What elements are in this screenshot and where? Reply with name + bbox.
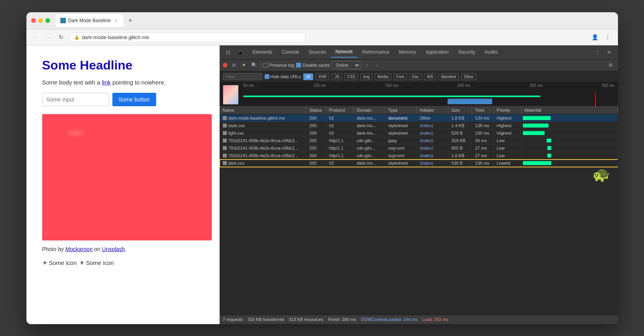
td-priority: Low (494, 137, 521, 144)
td-name: 791b2241-459b-4a2e-8cca-c0fdc2... (220, 145, 306, 152)
upload-icon[interactable]: ↑ (363, 61, 371, 69)
filter-js[interactable]: JS (332, 73, 342, 80)
table-row[interactable]: dark.css 200 h2 dark-mo... stylesheet (i… (220, 160, 618, 167)
td-type: svg+xml (385, 145, 417, 152)
td-initiator[interactable]: (index) (417, 122, 448, 129)
settings-icon[interactable]: ⚙ (607, 61, 615, 69)
filter-doc[interactable]: Doc (409, 73, 422, 80)
table-row[interactable]: 791b2241-459b-4a2e-8cca-c0fdc2... 200 ht… (220, 152, 618, 160)
filter-ws[interactable]: WS (424, 73, 436, 80)
table-row[interactable]: style.css 200 h2 dark-mo... stylesheet (… (220, 122, 618, 130)
tab-security[interactable]: Security (453, 47, 480, 57)
url-bar[interactable]: 🔒 dark-mode-baseline.glitch.me (69, 32, 306, 42)
td-status: 200 (306, 122, 326, 129)
preserve-log-checkbox[interactable] (263, 63, 268, 68)
filter-all[interactable]: All (303, 73, 313, 80)
record-button[interactable] (223, 63, 228, 68)
td-domain: dark-mo... (354, 122, 385, 129)
minimize-button[interactable] (38, 18, 43, 23)
clear-button[interactable]: ⊘ (230, 61, 238, 69)
table-row[interactable]: light.css 200 h2 dark-mo... stylesheet (… (220, 130, 618, 137)
throttle-select[interactable]: Online Fast 3G Slow 3G Offline (332, 61, 360, 69)
filter-input[interactable] (223, 73, 262, 80)
caption-link-mockaroon[interactable]: Mockaroon (65, 246, 93, 252)
time-200: 200 ms (457, 83, 470, 90)
caption-mid: on (93, 246, 102, 252)
back-button[interactable]: ← (31, 32, 41, 42)
toolbar-divider-1 (261, 62, 261, 69)
tab-network[interactable]: Network (331, 47, 358, 58)
candy-image (42, 114, 212, 240)
tab-memory[interactable]: Memory (394, 47, 420, 57)
filter-img[interactable]: Img (360, 73, 373, 80)
main-content: Some Headline Some body text with a link… (26, 45, 618, 324)
fullscreen-button[interactable] (45, 18, 50, 23)
devtools-close-icon[interactable]: ✕ (604, 47, 615, 58)
filter-media[interactable]: Media (375, 73, 391, 80)
tab-application[interactable]: Application (421, 47, 454, 57)
page-input[interactable] (42, 93, 109, 106)
filter-xhr[interactable]: XHR (315, 73, 329, 80)
td-time: 134 ms (472, 115, 494, 122)
td-waterfall (521, 122, 618, 129)
hide-data-urls-checkbox[interactable] (265, 74, 269, 79)
td-type: svg+xml (385, 152, 417, 159)
tab-close-button[interactable]: × (113, 18, 119, 23)
profile-icon[interactable]: 👤 (590, 32, 601, 43)
td-initiator[interactable]: (index) (417, 130, 448, 137)
td-name: dark-mode-baseline.glitch.me (220, 115, 306, 122)
td-initiator[interactable]: (index) (417, 160, 448, 167)
td-initiator[interactable]: (index) (417, 145, 448, 152)
forward-button[interactable]: → (44, 32, 53, 42)
filter-font[interactable]: Font (394, 73, 407, 80)
td-size: 955 B (448, 145, 472, 152)
td-protocol: h2 (326, 122, 354, 129)
preserve-log-text: Preserve log (270, 63, 294, 68)
devtools-more-icon[interactable]: ⋮ (592, 47, 603, 58)
dt-network: 50 ms 100 ms 150 ms 200 ms 250 ms 300 ms (220, 83, 618, 315)
tab-sources[interactable]: Sources (304, 47, 331, 57)
reload-button[interactable]: ↻ (56, 32, 66, 42)
table-row[interactable]: 791b2241-459b-4a2e-8cca-c0fdc2... 200 ht… (220, 137, 618, 145)
body-link[interactable]: link (102, 79, 111, 86)
th-status: Status (306, 106, 326, 114)
search-icon[interactable]: 🔍 (250, 61, 258, 69)
input-row: Some button (42, 93, 203, 106)
filter-other[interactable]: Other (461, 73, 476, 80)
td-time: 136 ms (472, 160, 494, 167)
tab-elements[interactable]: Elements (248, 47, 277, 57)
filter-css[interactable]: CSS (344, 73, 358, 80)
td-domain: dark-mo... (354, 130, 385, 137)
td-protocol: http/1.1 (326, 145, 354, 152)
td-priority: Low (494, 145, 521, 152)
tab-audits[interactable]: Audits (480, 47, 502, 57)
caption-link-unsplash[interactable]: Unsplash (102, 246, 125, 252)
td-initiator[interactable]: (index) (417, 152, 448, 159)
active-tab[interactable]: 🌐 Dark Mode Baseline × (56, 14, 123, 27)
td-initiator[interactable]: (index) (417, 137, 448, 144)
table-row[interactable]: dark-mode-baseline.glitch.me 200 h2 dark… (220, 115, 618, 122)
disable-cache-label[interactable]: Disable cache (296, 63, 330, 68)
close-button[interactable] (31, 18, 36, 23)
hide-data-urls-label[interactable]: Hide data URLs (265, 74, 301, 79)
menu-icon[interactable]: ⋮ (602, 32, 613, 43)
time-50: 50 ms (243, 83, 254, 90)
tab-performance[interactable]: Performance (358, 47, 394, 57)
filter-icon[interactable]: ▼ (240, 61, 248, 69)
download-icon[interactable]: ↓ (373, 61, 381, 69)
status-requests: 7 requests (223, 317, 243, 322)
tab-console[interactable]: Console (277, 47, 304, 57)
page-button[interactable]: Some button (112, 93, 156, 106)
timeline-thumbnail (223, 85, 239, 105)
table-row[interactable]: 791b2241-459b-4a2e-8cca-c0fdc2... 200 ht… (220, 145, 618, 152)
disable-cache-checkbox[interactable] (296, 63, 301, 68)
td-size: 1.0 KB (448, 152, 472, 159)
filter-manifest[interactable]: Manifest (438, 73, 459, 80)
new-tab-button[interactable]: + (125, 15, 136, 26)
td-waterfall (521, 130, 618, 137)
td-name: 791b2241-459b-4a2e-8cca-c0fdc2... (220, 137, 306, 144)
devtools-cursor-icon[interactable]: ⊡ (223, 47, 234, 58)
devtools-mobile-icon[interactable]: 📱 (235, 47, 246, 58)
td-protocol: http/1.1 (326, 152, 354, 159)
preserve-log-label[interactable]: Preserve log (263, 63, 294, 68)
